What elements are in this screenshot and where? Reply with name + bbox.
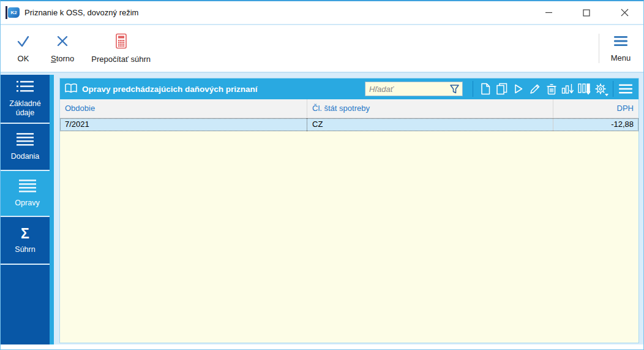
- edit-icon[interactable]: [526, 81, 543, 97]
- sidebar: Základné údaje Dodania Opravy Σ Súhrn: [1, 75, 54, 344]
- window-bottom-strip: [1, 344, 643, 349]
- sigma-icon: Σ: [21, 227, 29, 241]
- menu-label: Menu: [611, 53, 631, 63]
- lines-icon: [18, 179, 37, 194]
- column-header-cl-stat-spotreby[interactable]: Čl. štát spotreby: [307, 99, 553, 118]
- content-area: Základné údaje Dodania Opravy Σ Súhrn: [1, 73, 643, 344]
- sidebar-item-label: Opravy: [15, 199, 39, 208]
- minimize-button[interactable]: [530, 1, 567, 24]
- corrections-panel: Opravy predchádzajúcich daňových priznan…: [59, 78, 639, 343]
- menu-button[interactable]: Menu: [602, 25, 640, 72]
- sidebar-item-label: Základné údaje: [2, 99, 48, 118]
- lines-icon: [16, 132, 34, 148]
- sidebar-item-zakladne-udaje[interactable]: Základné údaje: [1, 75, 50, 123]
- sidebar-item-label: Súhrn: [15, 245, 35, 254]
- header-separator: [613, 81, 613, 97]
- cell-stat-spotreby[interactable]: CZ: [307, 118, 553, 131]
- sidebar-item-opravy[interactable]: Opravy: [1, 171, 54, 216]
- grid-menu-icon[interactable]: [617, 81, 634, 97]
- column-header-dph[interactable]: DPH: [553, 99, 638, 118]
- sidebar-filler: [1, 265, 50, 344]
- window-controls: [530, 1, 643, 24]
- search-input[interactable]: [365, 85, 449, 94]
- x-icon: [55, 34, 70, 50]
- window-title: Priznanie k OSS, dovozný režim: [24, 8, 138, 17]
- sidebar-item-dodania[interactable]: Dodania: [1, 124, 50, 170]
- title-bar: K2 Priznanie k OSS, dovozný režim: [1, 1, 643, 25]
- columns-export-icon[interactable]: [576, 81, 593, 97]
- run-icon[interactable]: [510, 81, 526, 97]
- settings-gear-icon[interactable]: [593, 81, 609, 97]
- chart-export-icon[interactable]: [560, 81, 576, 97]
- close-button[interactable]: [605, 1, 643, 24]
- panel-title: Opravy predchádzajúcich daňových priznan…: [82, 85, 258, 94]
- storno-button[interactable]: Storno: [42, 25, 83, 72]
- sidebar-item-label: Dodania: [11, 152, 40, 161]
- copy-record-icon[interactable]: [493, 81, 510, 97]
- recalculate-summary-button[interactable]: Prepočítať súhrn: [83, 25, 159, 72]
- app-window: K2 Priznanie k OSS, dovozný režim OK: [0, 0, 644, 350]
- table-header-row: Obdobie Čl. štát spotreby DPH: [60, 99, 638, 118]
- header-separator: [473, 81, 473, 97]
- table-empty-area: [60, 131, 638, 343]
- recalculate-summary-label: Prepočítať súhrn: [91, 55, 151, 64]
- storno-label: Storno: [51, 54, 74, 63]
- delete-icon[interactable]: [543, 81, 560, 97]
- panel-header: Opravy predchádzajúcich daňových priznan…: [60, 78, 638, 99]
- table-row[interactable]: 7/2021 CZ -12,88: [60, 118, 638, 131]
- ok-button[interactable]: OK: [4, 25, 42, 72]
- filter-funnel-icon[interactable]: [449, 84, 460, 94]
- cell-obdobie[interactable]: 7/2021: [60, 118, 307, 131]
- app-logo-icon: K2: [6, 6, 20, 19]
- search-box: [365, 82, 463, 96]
- hamburger-menu-icon: [613, 34, 629, 50]
- cell-dph[interactable]: -12,88: [553, 118, 638, 131]
- new-record-icon[interactable]: [477, 81, 493, 97]
- ok-label: OK: [18, 54, 29, 63]
- maximize-button[interactable]: [567, 1, 605, 24]
- book-icon: [64, 83, 78, 96]
- main-toolbar: OK Storno Prepočí: [1, 25, 643, 73]
- toolbar-separator: [599, 34, 599, 63]
- detail-list-icon: [16, 80, 34, 95]
- calculator-icon: [114, 33, 129, 51]
- dropdown-arrow: [605, 94, 608, 96]
- check-icon: [15, 34, 31, 50]
- sidebar-item-suhrn[interactable]: Σ Súhrn: [1, 217, 50, 264]
- column-header-obdobie[interactable]: Obdobie: [60, 99, 307, 118]
